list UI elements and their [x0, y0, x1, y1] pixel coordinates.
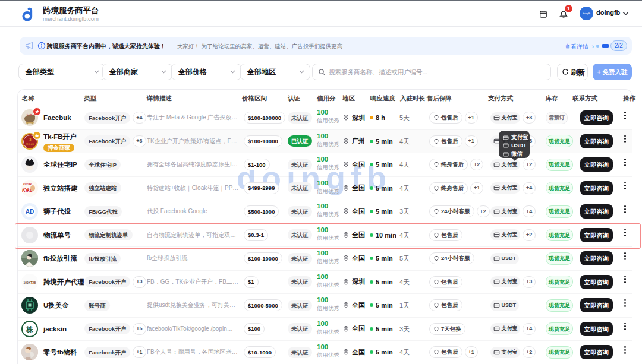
svg-text:心•境: 心•境: [26, 113, 32, 116]
svg-text:周年 纪念: 周年 纪念: [26, 143, 35, 145]
svg-text:-KIKOAK-: -KIKOAK-: [23, 183, 33, 186]
svg-text:株: 株: [26, 325, 33, 334]
svg-text:AD: AD: [26, 208, 34, 215]
svg-text:100XTX5: 100XTX5: [24, 280, 36, 284]
svg-text:3: 3: [29, 138, 32, 141]
